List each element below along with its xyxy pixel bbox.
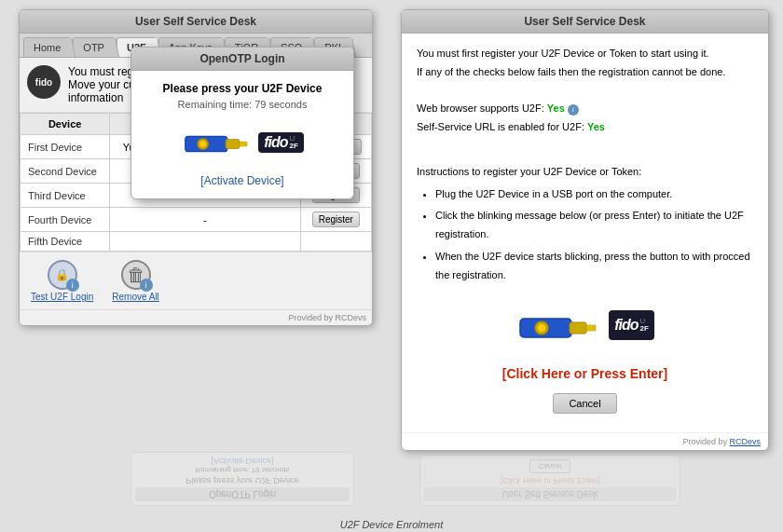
modal-fido-badge: fido U 2F (258, 132, 304, 153)
tab-home[interactable]: Home (23, 37, 71, 57)
fido-logo: fido (27, 65, 61, 99)
svg-rect-4 (586, 325, 596, 331)
rp-web-browser-status: Yes (547, 102, 565, 114)
bottom-links: 🔒 i Test U2F Login 🗑 i Remove All (20, 252, 372, 309)
provider-right: Provided by RCDevs (402, 432, 768, 450)
main-window-title: User Self Service Desk (20, 10, 372, 34)
remove-all-link-item: 🗑 i Remove All (112, 260, 159, 302)
rp-line1: You must first register your U2F Device … (417, 45, 753, 63)
remove-all-link[interactable]: Remove All (112, 292, 159, 302)
device-name-4: Fourth Device (21, 208, 110, 232)
tab-otp[interactable]: OTP (73, 37, 115, 57)
right-panel: User Self Service Desk You must first re… (401, 9, 769, 451)
device-action-5 (300, 232, 371, 252)
modal-usb-key-svg (181, 121, 251, 163)
modal-content: Please press your U2F Device Remaining t… (131, 71, 353, 198)
provider-left: Provided by RCDevs (20, 309, 372, 325)
col-device: Device (21, 114, 110, 135)
svg-point-3 (538, 324, 545, 332)
svg-rect-1 (570, 322, 586, 334)
right-panel-title: User Self Service Desk (402, 10, 768, 34)
modal-timer: Remaining time: 79 seconds (143, 99, 342, 110)
web-browser-info-icon[interactable]: i (568, 104, 579, 116)
fido-logo-text: fido (35, 77, 52, 88)
device-desc-4: - (110, 208, 300, 232)
cancel-area: Cancel (417, 393, 753, 414)
rcdevs-link-right[interactable]: RCDevs (729, 437, 761, 446)
instruction-1: Plug the U2F Device in a USB port on the… (435, 185, 753, 204)
rp-self-service-status: Yes (587, 121, 605, 132)
device-name-5: Fifth Device (21, 232, 110, 252)
table-row: Fourth Device - Register (21, 208, 372, 232)
rp-line2: If any of the checks below fails then th… (417, 63, 753, 82)
info-icon-remove[interactable]: i (140, 279, 153, 292)
rp-instructions-list: Plug the U2F Device in a USB port on the… (417, 185, 753, 285)
cancel-button-right[interactable]: Cancel (553, 393, 616, 414)
rp-instructions-title: Instructions to register your U2F Device… (417, 163, 753, 182)
register-button-4[interactable]: Register (312, 211, 360, 227)
modal-reflection: OpenOTP Login Please press your U2F Devi… (130, 450, 354, 506)
device-name-2: Second Device (21, 159, 110, 184)
info-icon-test[interactable]: i (66, 279, 79, 292)
lock-icon: 🔒 (55, 268, 69, 281)
svg-rect-6 (226, 140, 240, 149)
svg-point-8 (199, 141, 206, 147)
fido-badge-right: fido U 2F (609, 310, 654, 341)
modal-dialog: OpenOTP Login Please press your U2F Devi… (130, 47, 354, 199)
table-row: Fifth Device (21, 232, 372, 252)
right-panel-reflection: User Self Service Desk [Click Here or Pr… (419, 450, 680, 506)
click-here-link[interactable]: [Click Here or Press Enter] (502, 366, 667, 381)
instruction-2: Click the blinking message below (or pre… (435, 207, 753, 244)
rp-self-service-label: Self-Service URL is enabled for U2F: (417, 121, 584, 132)
usb-key-svg (515, 300, 599, 351)
device-action-4: Register (300, 208, 371, 232)
modal-key-area: fido U 2F (143, 121, 342, 163)
test-u2f-link-item: 🔒 i Test U2F Login (31, 260, 93, 302)
activate-device-link[interactable]: [Activate Device] (200, 174, 283, 187)
caption: U2F Device Enrolment (0, 519, 783, 530)
modal-press-text: Please press your U2F Device (143, 82, 342, 95)
key-illustration: fido U 2F (417, 300, 753, 351)
device-name-3: Third Device (21, 184, 110, 208)
rp-self-service: Self-Service URL is enabled for U2F: Yes (417, 118, 753, 137)
right-panel-content: You must first register your U2F Device … (402, 34, 768, 432)
test-u2f-login-link[interactable]: Test U2F Login (31, 292, 93, 302)
device-name-1: First Device (21, 135, 110, 159)
rp-web-browser: Web browser supports U2F: Yes i (417, 100, 753, 118)
click-here-area: [Click Here or Press Enter] (417, 362, 753, 386)
modal-title: OpenOTP Login (131, 48, 353, 71)
instruction-3: When the U2F device starts blicking, pre… (435, 248, 753, 285)
device-desc-5 (110, 232, 300, 252)
svg-rect-9 (240, 142, 247, 146)
rp-web-browser-label: Web browser supports U2F: (417, 102, 544, 114)
